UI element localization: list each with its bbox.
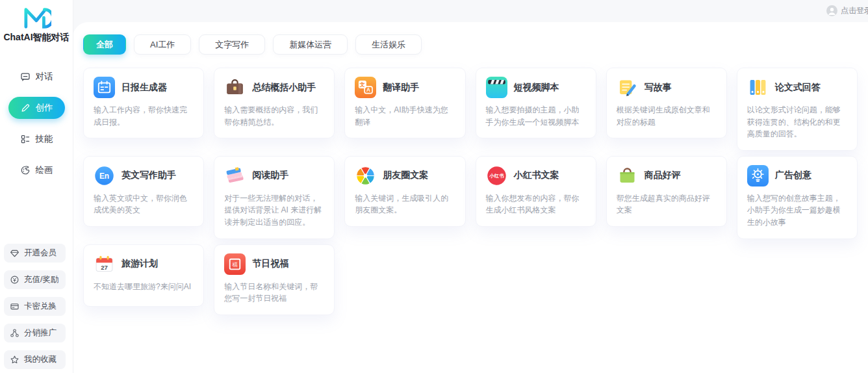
sidebar-item-label: 绘画 (36, 164, 53, 176)
tool-card-essay[interactable]: 论文式回答以论文形式讨论问题，能够获得连贯的、结构化的和更高质量的回答。 (737, 68, 858, 151)
sidebar-footer-label: 分销推广 (24, 328, 57, 339)
xiaohongshu-icon (486, 165, 507, 186)
card-header: 朋友圈文案 (355, 165, 455, 186)
member-icon (10, 248, 19, 258)
sidebar-item-draw[interactable]: 绘画 (11, 159, 62, 181)
summary-icon (224, 77, 246, 98)
tool-card-travel[interactable]: 旅游计划不知道去哪里旅游?来问问AI (83, 244, 204, 307)
sidebar-footer-label: 开通会员 (24, 248, 57, 259)
card-description: 输入中文，AI助手快速为您翻译 (355, 104, 455, 128)
card-title: 旅游计划 (121, 258, 158, 270)
card-header: 写故事 (617, 77, 717, 98)
tab-new-media[interactable]: 新媒体运营 (273, 34, 348, 55)
sidebar: ChatAI智能对话 对话创作技能绘画 开通会员充值/奖励卡密兑换分销推广我的收… (0, 0, 73, 373)
sidebar-item-chat[interactable]: 对话 (11, 66, 62, 88)
tool-card-summary[interactable]: 总结概括小助手输入需要概括的内容，我们帮你精简总结。 (214, 68, 335, 138)
favorites-icon (10, 355, 19, 365)
tool-card-translate[interactable]: 翻译助手输入中文，AI助手快速为您翻译 (344, 68, 465, 138)
sidebar-footer-item-member[interactable]: 开通会员 (4, 244, 66, 263)
reading-icon (224, 165, 246, 186)
card-description: 输入工作内容，帮你快速完成日报。 (94, 104, 194, 128)
card-description: 输入关键词，生成吸引人的朋友圈文案。 (355, 192, 455, 216)
story-icon (617, 77, 638, 98)
card-description: 输入想要拍摄的主题，小助手为你生成一个短视频脚本 (486, 104, 586, 128)
app-title: ChatAI智能对话 (0, 32, 73, 44)
category-tabs: 全部AI工作文字写作新媒体运营生活娱乐 (83, 34, 858, 55)
sidebar-item-create[interactable]: 创作 (8, 97, 65, 119)
m-logo (21, 5, 51, 30)
tool-card-moments[interactable]: 朋友圈文案输入关键词，生成吸引人的朋友圈文案。 (344, 156, 465, 227)
sidebar-footer-item-referral[interactable]: 分销推广 (4, 324, 66, 342)
card-title: 英文写作助手 (121, 170, 176, 181)
card-title: 小红书文案 (514, 170, 559, 181)
tab-writing[interactable]: 文字写作 (199, 34, 265, 55)
tab-ai-work[interactable]: AI工作 (134, 34, 191, 55)
login-button[interactable]: 点击登录 (826, 5, 868, 16)
tool-card-review[interactable]: 商品好评帮您生成超真实的商品好评文案 (606, 156, 727, 227)
user-avatar-icon (826, 5, 837, 16)
card-title: 翻译助手 (383, 82, 419, 94)
tab-all[interactable]: 全部 (83, 34, 126, 55)
tool-card-reading[interactable]: 阅读助手对于一些无法理解的对话，提供对话背景让 AI 来进行解读并制定出适当的回… (214, 156, 335, 239)
card-description: 帮您生成超真实的商品好评文案 (617, 192, 717, 216)
tool-card-english[interactable]: 英文写作助手输入英文或中文，帮你润色成优美的英文 (83, 156, 204, 227)
tool-card-ad[interactable]: 广告创意输入想写的创意故事主题，小助手为你生成一篇妙趣横生的小故事 (737, 156, 858, 239)
tool-card-xiaohongshu[interactable]: 小红书文案输入你想发布的内容，帮你生成小红书风格文案 (476, 156, 596, 227)
sidebar-footer-item-favorites[interactable]: 我的收藏 (4, 350, 66, 369)
card-header: 节日祝福 (224, 253, 324, 275)
skills-icon (20, 134, 31, 144)
card-title: 朋友圈文案 (383, 170, 428, 181)
card-header: 商品好评 (617, 165, 717, 186)
draw-icon (20, 165, 31, 175)
card-description: 输入节日名称和关键词，帮您写一封节日祝福 (224, 281, 324, 305)
sidebar-item-label: 对话 (36, 71, 53, 83)
daily-report-icon (94, 77, 115, 98)
main-panel: 全部AI工作文字写作新媒体运营生活娱乐 日报生成器输入工作内容，帮你快速完成日报… (73, 22, 868, 373)
redeem-icon (10, 302, 19, 311)
card-description: 输入英文或中文，帮你润色成优美的英文 (94, 192, 194, 216)
tool-card-festival[interactable]: 节日祝福输入节日名称和关键词，帮您写一封节日祝福 (214, 244, 335, 315)
card-description: 不知道去哪里旅游?来问问AI (94, 281, 194, 293)
card-title: 日报生成器 (121, 82, 167, 94)
card-description: 输入想写的创意故事主题，小助手为你生成一篇妙趣横生的小故事 (747, 192, 847, 229)
tool-card-grid: 日报生成器输入工作内容，帮你快速完成日报。总结概括小助手输入需要概括的内容，我们… (83, 68, 858, 315)
card-title: 总结概括小助手 (252, 82, 316, 94)
tool-card-short-video[interactable]: 短视频脚本输入想要拍摄的主题，小助手为你生成一个短视频脚本 (476, 68, 596, 138)
card-title: 广告创意 (775, 170, 811, 181)
short-video-icon (486, 77, 507, 98)
sidebar-footer-label: 我的收藏 (24, 354, 57, 365)
tab-life[interactable]: 生活娱乐 (355, 34, 422, 55)
card-header: 短视频脚本 (486, 77, 586, 98)
card-header: 论文式回答 (747, 77, 847, 98)
travel-icon (94, 253, 115, 275)
card-header: 英文写作助手 (94, 165, 194, 186)
card-description: 输入需要概括的内容，我们帮你精简总结。 (224, 104, 324, 128)
sidebar-footer-label: 充值/奖励 (24, 274, 58, 285)
card-title: 阅读助手 (252, 170, 288, 181)
moments-icon (355, 165, 376, 186)
review-icon (617, 165, 638, 186)
card-title: 商品好评 (645, 170, 681, 181)
card-description: 输入你想发布的内容，帮你生成小红书风格文案 (486, 192, 586, 216)
sidebar-menu: 对话创作技能绘画 (0, 66, 73, 181)
card-title: 写故事 (645, 82, 672, 94)
card-header: 小红书文案 (486, 165, 586, 186)
sidebar-footer: 开通会员充值/奖励卡密兑换分销推广我的收藏 (4, 244, 66, 369)
sidebar-footer-label: 卡密兑换 (24, 301, 57, 312)
card-header: 日报生成器 (94, 77, 194, 98)
tool-card-story[interactable]: 写故事根据关键词生成原创文章和对应的标题 (606, 68, 727, 138)
card-header: 翻译助手 (355, 77, 455, 98)
card-title: 短视频脚本 (514, 82, 559, 94)
festival-icon (224, 253, 246, 275)
card-header: 总结概括小助手 (224, 77, 324, 98)
recharge-icon (10, 275, 19, 285)
card-description: 对于一些无法理解的对话，提供对话背景让 AI 来进行解读并制定出适当的回应。 (224, 192, 324, 229)
essay-icon (747, 77, 769, 98)
tool-card-daily-report[interactable]: 日报生成器输入工作内容，帮你快速完成日报。 (83, 68, 204, 138)
sidebar-item-skills[interactable]: 技能 (11, 128, 62, 150)
sidebar-footer-item-recharge[interactable]: 充值/奖励 (4, 270, 66, 289)
sidebar-item-label: 技能 (36, 133, 53, 145)
sidebar-footer-item-redeem[interactable]: 卡密兑换 (4, 297, 66, 316)
card-description: 以论文形式讨论问题，能够获得连贯的、结构化的和更高质量的回答。 (747, 104, 847, 140)
card-header: 阅读助手 (224, 165, 324, 186)
